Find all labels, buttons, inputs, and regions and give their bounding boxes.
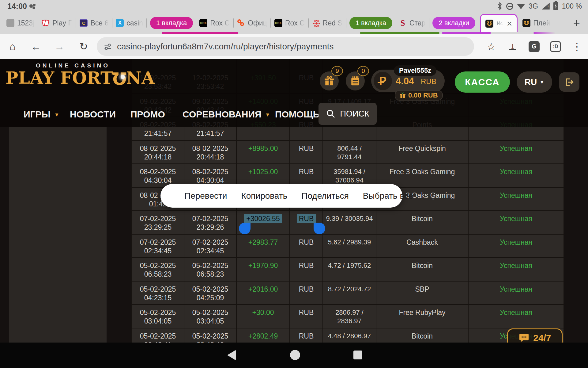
browser-menu-icon[interactable]: ⋮ bbox=[570, 41, 584, 52]
s-red-icon: S bbox=[399, 19, 407, 27]
tab-group-underline-purple bbox=[442, 32, 491, 34]
support-chat-button[interactable]: 24/7 bbox=[507, 328, 563, 343]
cell-status: Успешная bbox=[469, 258, 564, 281]
android-recents-button[interactable] bbox=[353, 351, 362, 359]
context-menu-item[interactable]: Поделиться bbox=[301, 191, 349, 201]
time-value: 02:34:45 bbox=[132, 247, 184, 255]
time-value: 02:34:45 bbox=[184, 247, 236, 255]
date-value: 05-02-2025 bbox=[132, 261, 184, 270]
tab-title: Red S bbox=[323, 19, 342, 27]
active-tab[interactable]: ΩИс× bbox=[480, 14, 518, 32]
cell-currency: RUB bbox=[290, 328, 323, 343]
date-value: 08-02-2025 bbox=[132, 144, 184, 153]
close-icon[interactable]: × bbox=[507, 19, 512, 28]
url-text: casino-playfortun6a8m7v.com/ru/player/hi… bbox=[117, 42, 334, 52]
logo-name: PLAY FORTΩNA bbox=[6, 69, 140, 87]
browser-tab[interactable]: ROXRox C bbox=[271, 19, 308, 27]
context-menu-item[interactable]: Выбрать все bbox=[363, 191, 413, 201]
bookmark-star-icon[interactable]: ☆ bbox=[484, 41, 498, 52]
android-back-button[interactable] bbox=[227, 350, 236, 360]
selected-amount-text[interactable]: +30026.55 bbox=[244, 214, 282, 223]
nav-item-2[interactable]: НОВОСТИ bbox=[70, 101, 116, 127]
browser-tab[interactable]: SСтар bbox=[395, 19, 429, 27]
time-value: 04:23:15 bbox=[132, 293, 184, 302]
cell-processed-date: 08-02-202504:30:04 bbox=[184, 164, 237, 187]
time-value: 00:42:42 bbox=[184, 340, 236, 343]
nav-item-3[interactable]: ПРОМО bbox=[130, 101, 165, 127]
selected-currency-text[interactable]: RUB bbox=[297, 214, 316, 223]
more-options-icon[interactable]: ⋮ bbox=[429, 190, 438, 201]
tab-group-pill[interactable]: 1 вкладка bbox=[349, 17, 392, 29]
table-row: 07-02-202523:29:2507-02-202523:29:26+300… bbox=[132, 211, 564, 235]
nav-item-4[interactable]: СОРЕВНОВАНИЯ▼ bbox=[183, 101, 270, 127]
tab-group-pill[interactable]: 2 вкладки bbox=[432, 17, 475, 29]
cell-status: Успешная bbox=[469, 282, 564, 305]
tab-switcher-icon[interactable]: :D bbox=[549, 41, 562, 52]
nav-item-5[interactable]: ПОМОЩЬ bbox=[275, 101, 319, 127]
cell-currency: RUB bbox=[290, 282, 323, 305]
page-icon bbox=[6, 19, 14, 27]
translate-icon[interactable]: G bbox=[527, 41, 541, 52]
cell-balance: 4.72 / 1975.62 bbox=[323, 258, 376, 281]
cell-created-date: 07-02-202523:29:25 bbox=[132, 211, 184, 234]
reload-icon[interactable]: ↻ bbox=[75, 34, 92, 59]
time-value: 20:44:18 bbox=[132, 153, 184, 161]
back-icon[interactable]: ← bbox=[28, 34, 44, 59]
screen: 14:00 3G ! 100 % 1523jPlay FCВсе 6Xcasin… bbox=[0, 0, 588, 368]
date-value: 07-02-2025 bbox=[132, 238, 184, 247]
time-value: 06:58:23 bbox=[184, 270, 236, 278]
browser-tab[interactable]: ROXRox C bbox=[196, 19, 233, 27]
browser-tab[interactable]: Play F bbox=[38, 19, 76, 27]
forward-icon[interactable]: → bbox=[51, 34, 68, 59]
cell-balance: 5.62 / 2989.39 bbox=[323, 235, 376, 258]
cell-created-date: 05-02-202503:04:05 bbox=[132, 305, 184, 328]
link-orange-icon bbox=[237, 19, 245, 27]
time-value: 23:29:26 bbox=[184, 223, 236, 232]
time-value: 21:41:57 bbox=[132, 129, 184, 138]
site-logo[interactable]: ONLINE CASINO PLAY FORTΩNA bbox=[6, 62, 140, 87]
browser-tab[interactable]: CВсе 6 bbox=[76, 19, 112, 27]
cell-processed-date: 05-02-202506:58:23 bbox=[184, 258, 237, 281]
tab-title: Стар bbox=[409, 19, 425, 27]
date-value: 08-02-2025 bbox=[184, 144, 236, 153]
context-menu-item[interactable]: Копировать bbox=[241, 191, 287, 201]
nav-label: НОВОСТИ bbox=[70, 109, 116, 120]
date-value: 07-02-2025 bbox=[184, 238, 236, 247]
network-type-label: 3G bbox=[529, 2, 538, 10]
home-icon[interactable]: ⌂ bbox=[4, 34, 21, 59]
browser-tab[interactable]: ΩПлей bbox=[519, 19, 554, 27]
browser-tab[interactable]: Red S bbox=[309, 19, 346, 27]
browser-tab[interactable]: Xcasin bbox=[112, 19, 146, 27]
gift-icon bbox=[324, 76, 334, 86]
table-row: 05-02-202506:58:2305-02-202506:58:23+197… bbox=[132, 258, 564, 282]
selection-handle-right[interactable] bbox=[314, 223, 325, 234]
browser-toolbar: ⌂ ← → ↻ casino-playfortun6a8m7v.com/ru/p… bbox=[0, 34, 588, 59]
table-row: 05-02-202503:04:0505-02-202503:04:05+30.… bbox=[132, 305, 564, 328]
download-icon[interactable]: ↓ bbox=[506, 43, 519, 51]
nav-item-1[interactable]: ИГРЫ▼ bbox=[24, 101, 59, 127]
tab-group-pill[interactable]: 1 вкладка bbox=[150, 17, 193, 29]
search-button[interactable]: ПОИСК bbox=[318, 103, 377, 125]
address-bar[interactable]: casino-playfortun6a8m7v.com/ru/player/hi… bbox=[97, 37, 474, 56]
new-tab-button[interactable]: + bbox=[568, 17, 585, 30]
site-header: ONLINE CASINO PLAY FORTΩNA 9 bbox=[0, 59, 588, 127]
nav-label: ПРОМО bbox=[130, 109, 165, 120]
context-menu-item[interactable]: Перевести bbox=[184, 191, 227, 201]
cell-processed-date: 05-02-202504:25:09 bbox=[184, 282, 237, 305]
browser-tab[interactable]: Офиц bbox=[234, 19, 270, 27]
selection-handle-left[interactable] bbox=[239, 223, 251, 234]
time-value: 03:04:05 bbox=[132, 317, 184, 325]
x-blue-icon: X bbox=[116, 19, 124, 27]
android-home-button[interactable] bbox=[290, 350, 300, 360]
cashier-button[interactable]: КАССА bbox=[455, 71, 510, 93]
search-icon bbox=[326, 109, 336, 119]
browser-tab[interactable]: 1523j bbox=[3, 19, 38, 27]
cell-status: Успешная bbox=[469, 188, 564, 211]
logout-button[interactable] bbox=[559, 72, 579, 92]
android-nav-bar bbox=[0, 343, 588, 368]
battery-percent-label: 100 % bbox=[562, 2, 582, 10]
date-value: 05-02-2025 bbox=[132, 308, 184, 317]
date-value: 05-02-2025 bbox=[132, 332, 184, 340]
table-row: 05-02-202500:42:4105-02-202500:42:42+280… bbox=[132, 328, 564, 343]
language-selector[interactable]: RU▼ bbox=[517, 71, 552, 93]
